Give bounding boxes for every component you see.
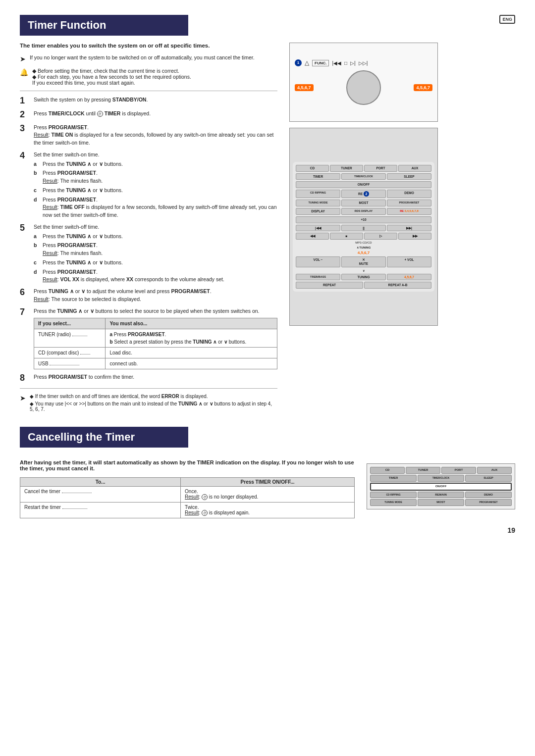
s-btn-sleep: SLEEP xyxy=(465,475,512,482)
r-btn-stop: ■ xyxy=(330,233,363,240)
r-btn-aux: AUX xyxy=(398,165,431,172)
select-tuner-action: a Press PROGRAM/SET. b Select a preset s… xyxy=(106,329,277,348)
r-btn-pause: || xyxy=(341,225,386,232)
r-btn-display: DISPLAY xyxy=(296,208,340,215)
s-btn-onoff: ON/OFF xyxy=(370,483,512,491)
cancel-table: To... Press TIMER ON/OFF... Cancel the t… xyxy=(20,477,355,518)
badge-4567-left: 4,5,6,7 xyxy=(295,84,314,91)
r-btn-trebbass: TREB/BASS xyxy=(296,274,340,281)
remote-next-icon: ▷▷| xyxy=(359,60,368,66)
step-num-7: 7 xyxy=(20,307,30,370)
bottom-note-1: ◆ If the timer switch on and off times a… xyxy=(30,394,277,399)
step-7-content: Press the TUNING ∧ or ∨ buttons to selec… xyxy=(34,307,277,370)
step-6-content: Press TUNING ∧ or ∨ to adjust the volume… xyxy=(34,288,212,303)
remote-diagram-1: 1 △ FUNC. |◀◀ □ ▷| ▷▷| 4,5,6,7 4,5,6,7 xyxy=(289,43,438,122)
r-btn-repeat: REPEAT xyxy=(296,282,363,289)
s-btn-cd: CD xyxy=(370,467,405,474)
r-btn-voldown: VOL − xyxy=(296,256,340,267)
s-btn-most2: MOST xyxy=(418,499,464,506)
r-btn-next: ▶▶| xyxy=(387,225,431,232)
note2-line3: If you exceed this time, you must start … xyxy=(32,80,135,86)
r-btn-tuner: TUNER xyxy=(330,165,363,172)
step-7: 7 Press the TUNING ∧ or ∨ buttons to sel… xyxy=(20,307,277,370)
r-tuning-down-label: ∨ xyxy=(351,269,376,272)
r-btn-cd: CD xyxy=(296,165,329,172)
step-3-content: Press PROGRAM/SET. Result: TIME ON is di… xyxy=(34,124,277,147)
step-5: 5 Set the timer switch-off time. aPress … xyxy=(20,223,277,284)
badge-4567-right: 4,5,6,7 xyxy=(414,84,432,91)
s-btn-programset2: PROGRAM/SET xyxy=(465,499,512,506)
r-btn-most: MOST xyxy=(341,200,386,206)
r-btn-rdsdisplay: RDS DISPLAY xyxy=(341,208,386,215)
select-table: If you select... You must also... TUNER … xyxy=(34,318,277,369)
r-btn-onoff: ON/OFF xyxy=(296,181,431,188)
page-number: 19 xyxy=(20,526,515,534)
cancel-left: After having set the timer, it will star… xyxy=(20,459,355,518)
select-col1-header: If you select... xyxy=(34,318,106,329)
r-label-mp3: MP3-CD/CD xyxy=(296,241,431,244)
section-header-cancel: Cancelling the Timer xyxy=(20,427,188,448)
step-num-5: 5 xyxy=(20,223,30,284)
step-num-3: 3 xyxy=(20,124,30,147)
r-btn-demo: DEMO xyxy=(387,190,431,198)
r-btn-volup: + VOL xyxy=(387,256,431,267)
s-btn-remain: REMAIN xyxy=(418,492,464,499)
step-num-6: 6 xyxy=(20,288,30,303)
section-header-timer: Timer Function xyxy=(20,15,188,36)
s-btn-demo2: DEMO xyxy=(465,492,512,499)
s-btn-timer: TIMER xyxy=(370,475,417,482)
select-col2-header: You must also... xyxy=(106,318,277,329)
badge-4567-remote: 4,5,6,7 xyxy=(358,251,370,255)
step-4-content: Set the timer switch-on time. aPress the… xyxy=(34,151,277,219)
r-tuning-label: ∧ TUNING xyxy=(351,246,376,249)
note-speaker-1: 🔔 ◆ Before setting the timer, check that… xyxy=(20,68,277,86)
step-num-2: 2 xyxy=(20,110,30,120)
select-row-tuner: TUNER (radio) a Press PROGRAM/SET. b Sel… xyxy=(34,329,277,348)
select-row-cd: CD (compact disc) Load disc. xyxy=(34,348,277,358)
remote-playpause-icon: ▷| xyxy=(350,60,356,66)
arrow-right-icon: ➤ xyxy=(20,55,26,63)
r-btn-timerclock: TIMER/CLOCK xyxy=(341,173,386,180)
step-3: 3 Press PROGRAM/SET. Result: TIME ON is … xyxy=(20,124,277,147)
s-btn-timerclock: TIMER/CLOCK xyxy=(418,475,464,482)
note1-text: If you no longer want the system to be s… xyxy=(30,54,255,60)
s-btn-port: PORT xyxy=(441,467,476,474)
r-btn-plus10: +10 xyxy=(296,216,431,223)
s-btn-tuningmode2: TUNING MODE xyxy=(370,499,417,506)
step-6: 6 Press TUNING ∧ or ∨ to adjust the volu… xyxy=(20,288,277,303)
r-btn-prev: |◀◀ xyxy=(296,225,340,232)
select-cd-label: CD (compact disc) xyxy=(34,348,106,358)
note-arrow-1: ➤ If you no longer want the system to be… xyxy=(20,54,277,63)
remote-eject-icon: △ xyxy=(305,59,309,66)
r-btn-re2: RE 3,4,5,6,7,8 xyxy=(387,208,431,215)
remote-stop-icon: □ xyxy=(344,60,347,66)
step-8-content: Press PROGRAM/SET to confirm the timer. xyxy=(34,373,134,383)
r-btn-ff: ▶▶ xyxy=(398,233,431,240)
step-8: 8 Press PROGRAM/SET to confirm the timer… xyxy=(20,373,277,383)
r-btn-re: RE 2 xyxy=(341,190,386,198)
bottom-notes: ➤ ◆ If the timer switch on and off times… xyxy=(20,394,277,412)
cancel-bold-text: After having set the timer, it will star… xyxy=(20,459,355,471)
right-column: 1 △ FUNC. |◀◀ □ ▷| ▷▷| 4,5,6,7 4,5,6,7 xyxy=(289,43,438,417)
r-btn-mute: ✕MUTE xyxy=(341,256,386,267)
step-2-content: Press TIMER/CLOCK until ⏱ TIMER is displ… xyxy=(34,110,151,120)
cancel-result-1: Once. Result: ⏱ is no longer displayed. xyxy=(181,487,355,503)
r-btn-repeata-b: REPEAT A-B xyxy=(364,282,431,289)
r-btn-rew: ◀◀ xyxy=(296,233,329,240)
select-tuner-label: TUNER (radio) xyxy=(34,329,106,348)
divider-2 xyxy=(20,388,277,389)
cancel-row-1: Cancel the timer Once. Result: ⏱ is no l… xyxy=(20,487,355,503)
s-btn-tuner: TUNER xyxy=(406,467,440,474)
step-5-content: Set the timer switch-off time. aPress th… xyxy=(34,223,224,284)
cancel-row-2: Restart the timer Twice. Result: ⏱ is di… xyxy=(20,503,355,518)
cancel-remote-diagram: CD TUNER PORT AUX TIMER TIMER/CLOCK SLEE… xyxy=(367,463,515,509)
step-1-content: Switch the system on by pressing STANDBY… xyxy=(34,96,148,106)
r-btn-sleep: SLEEP xyxy=(387,173,431,180)
step-num-4: 4 xyxy=(20,151,30,219)
step-1: 1 Switch the system on by pressing STAND… xyxy=(20,96,277,106)
note2-content: ◆ Before setting the timer, check that t… xyxy=(32,68,191,86)
r-btn-tuningmode: TUNING MODE xyxy=(296,200,340,206)
eng-badge: ENG xyxy=(499,15,515,24)
timer-icon-on: ⏱ xyxy=(202,510,208,516)
step-2: 2 Press TIMER/CLOCK until ⏱ TIMER is dis… xyxy=(20,110,277,120)
